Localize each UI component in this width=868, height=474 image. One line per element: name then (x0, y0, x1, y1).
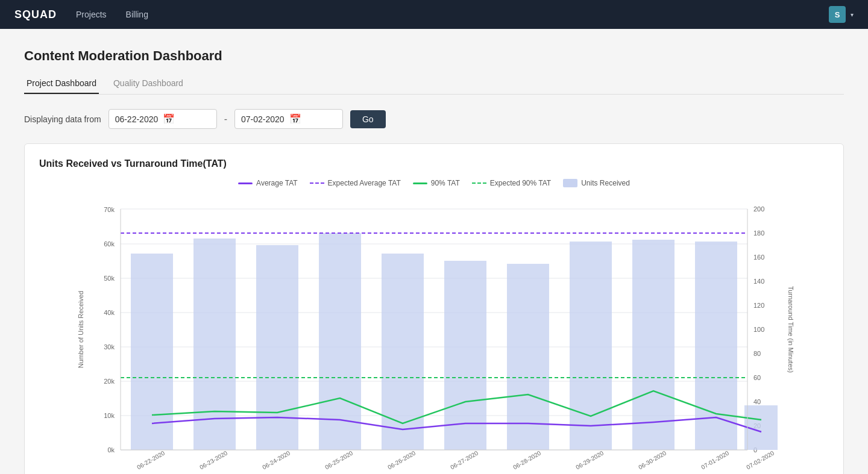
nav-link-projects[interactable]: Projects (76, 10, 107, 19)
svg-text:10k: 10k (104, 412, 115, 419)
navbar: SQUAD Projects Billing S ▾ (0, 0, 868, 29)
calendar-to-icon[interactable]: 📅 (289, 113, 301, 125)
date-filter-row: Displaying data from 06-22-2020 📅 - 07-0… (24, 109, 844, 129)
svg-text:160: 160 (753, 254, 764, 261)
legend-avg-tat: Average TAT (238, 179, 297, 187)
date-from-input[interactable]: 06-22-2020 📅 (108, 109, 217, 129)
bar-0 (131, 254, 173, 450)
avatar[interactable]: S (829, 6, 846, 23)
svg-text:80: 80 (753, 350, 761, 357)
legend-expected-avg-tat-label: Expected Average TAT (328, 179, 401, 187)
legend-units-received: Units Received (563, 179, 630, 187)
legend-expected-90-tat-icon (472, 182, 486, 184)
legend-expected-avg-tat-icon (310, 182, 324, 184)
chart-title: Units Received vs Turnaround Time(TAT) (39, 158, 829, 169)
tab-project-dashboard[interactable]: Project Dashboard (24, 73, 99, 94)
x-label-5: 06-27-2020 (449, 449, 479, 470)
svg-text:50k: 50k (104, 275, 115, 282)
legend-expected-90-tat-label: Expected 90% TAT (490, 179, 551, 187)
svg-text:Number of Units Received: Number of Units Received (77, 291, 84, 368)
svg-text:200: 200 (753, 205, 764, 213)
calendar-from-icon[interactable]: 📅 (163, 113, 175, 125)
legend-avg-tat-icon (238, 182, 253, 184)
svg-text:30k: 30k (104, 343, 115, 351)
bar-3 (319, 233, 361, 450)
page-title: Content Moderation Dashboard (24, 48, 844, 64)
chart-svg: 0k 10k 20k 30k 40k 50k 60k 70k 0 20 40 6… (39, 197, 829, 474)
go-button[interactable]: Go (350, 110, 386, 128)
x-label-1: 06-23-2020 (198, 449, 228, 470)
svg-text:Turnaround Time (in Minutes): Turnaround Time (in Minutes) (787, 286, 794, 373)
tab-quality-dashboard[interactable]: Quality Dashboard (111, 73, 186, 94)
date-to-input[interactable]: 07-02-2020 📅 (234, 109, 343, 129)
svg-text:60k: 60k (104, 240, 115, 248)
navbar-right: S ▾ (829, 6, 854, 23)
legend-expected-90-tat: Expected 90% TAT (472, 179, 551, 187)
legend-90-tat-label: 90% TAT (431, 179, 460, 187)
navbar-brand: SQUAD (14, 8, 57, 21)
x-label-9: 07-01-2020 (700, 449, 730, 470)
x-label-4: 06-26-2020 (386, 449, 417, 470)
bar-4 (382, 254, 424, 450)
bar-8 (632, 240, 675, 450)
x-label-3: 06-25-2020 (324, 449, 354, 470)
legend-90-tat: 90% TAT (413, 179, 460, 187)
chart-card: Units Received vs Turnaround Time(TAT) A… (24, 143, 844, 474)
chart-area: 0k 10k 20k 30k 40k 50k 60k 70k 0 20 40 6… (39, 197, 829, 474)
legend-expected-avg-tat: Expected Average TAT (310, 179, 401, 187)
date-filter-label: Displaying data from (24, 114, 101, 124)
svg-text:120: 120 (753, 302, 764, 309)
x-label-2: 06-24-2020 (261, 449, 291, 470)
navbar-left: SQUAD Projects Billing (14, 8, 148, 21)
x-label-6: 06-28-2020 (512, 449, 542, 470)
legend-units-icon (563, 179, 577, 187)
svg-text:100: 100 (753, 326, 764, 333)
chart-legend: Average TAT Expected Average TAT 90% TAT… (39, 179, 829, 187)
bar-6 (507, 264, 549, 450)
bar-2 (256, 245, 298, 450)
x-label-0: 06-22-2020 (136, 449, 166, 470)
legend-avg-tat-label: Average TAT (256, 179, 297, 187)
x-label-7: 06-29-2020 (574, 449, 605, 470)
x-label-10: 07-02-2020 (745, 449, 775, 470)
dropdown-arrow-icon[interactable]: ▾ (851, 11, 854, 18)
svg-text:140: 140 (753, 278, 764, 285)
date-from-value: 06-22-2020 (115, 114, 159, 124)
svg-text:20k: 20k (104, 378, 115, 385)
svg-text:60: 60 (753, 374, 761, 381)
bar-5 (444, 261, 486, 450)
date-separator: - (224, 114, 227, 125)
bar-7 (570, 242, 612, 450)
svg-text:0k: 0k (107, 446, 115, 454)
svg-text:40k: 40k (104, 309, 115, 316)
legend-90-tat-icon (413, 182, 427, 184)
svg-text:70k: 70k (104, 206, 115, 213)
x-label-8: 06-30-2020 (637, 449, 667, 470)
main-content: Content Moderation Dashboard Project Das… (0, 29, 868, 474)
tab-bar: Project Dashboard Quality Dashboard (24, 73, 844, 95)
svg-text:40: 40 (753, 398, 761, 405)
svg-text:180: 180 (753, 229, 764, 237)
nav-link-billing[interactable]: Billing (126, 10, 148, 19)
legend-units-label: Units Received (581, 179, 630, 187)
date-to-value: 07-02-2020 (241, 114, 285, 124)
